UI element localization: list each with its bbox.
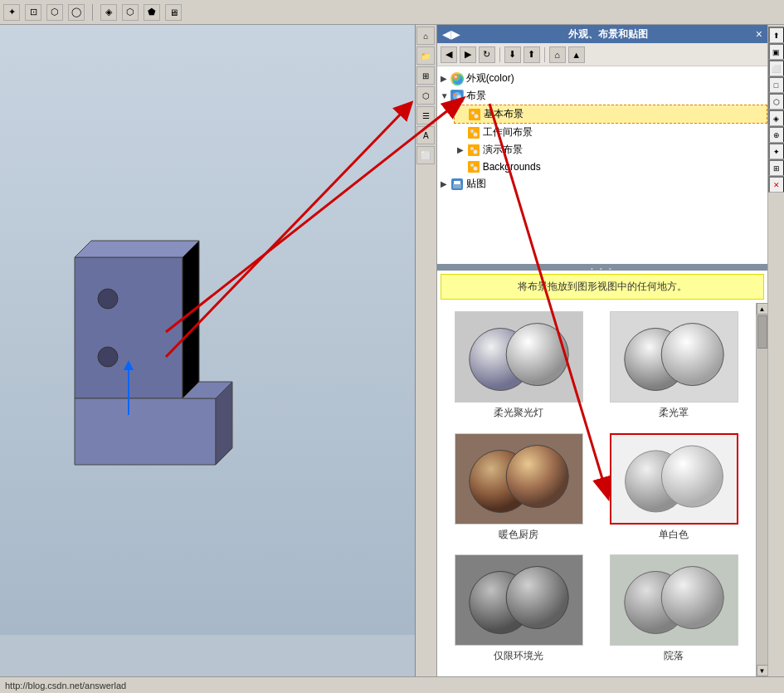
sidebar-btn-text[interactable]: A (416, 126, 435, 144)
tree-item-workspace[interactable]: 工作间布景 (454, 124, 767, 141)
scroll-down-btn[interactable]: ▼ (757, 665, 768, 676)
right-btn-6[interactable]: ◈ (768, 110, 785, 126)
svg-point-24 (473, 149, 477, 154)
svg-point-20 (470, 129, 474, 133)
svg-point-36 (661, 324, 723, 386)
tree-item-basic-scene[interactable]: 基本布景 (454, 105, 767, 124)
toolbar-btn-1[interactable]: ✦ (3, 4, 20, 21)
thumb-img-soft-spotlight[interactable] (455, 311, 583, 403)
thumb-soft-single[interactable]: 柔光罩 (601, 311, 747, 425)
toolbar-btn-6[interactable]: ⬡ (122, 4, 139, 21)
sidebar-btn-home[interactable]: ⌂ (416, 27, 435, 45)
right-btn-2[interactable]: ▣ (768, 43, 785, 60)
main-layout: ⌂ 📁 ⊞ ⬡ ☰ A ⬜ ◀▶ 外观、布景和贴图 × ◀ ▶ ↻ ⬇ ⬆ ⌂ … (0, 25, 784, 676)
thumb-ambient-only[interactable]: 仅限环境光 (446, 554, 592, 668)
tree-item-decal[interactable]: ▶ 贴图 (437, 175, 767, 193)
svg-point-8 (98, 347, 118, 367)
thumb-warm-kitchen[interactable]: 暖色厨房 (446, 433, 592, 547)
scroll-thumb[interactable] (757, 315, 767, 349)
panel-header: ◀▶ 外观、布景和贴图 × (437, 25, 767, 43)
right-btn-3[interactable]: ⬜ (768, 60, 785, 76)
svg-point-45 (506, 567, 568, 629)
thumb-img-soft-single[interactable] (610, 311, 738, 403)
panel-close-btn[interactable]: × (756, 27, 762, 41)
info-bar: 将布景拖放到图形视图中的任何地方。 (441, 274, 764, 300)
toolbar-up-btn[interactable]: ▲ (568, 46, 585, 63)
toolbar-btn-8[interactable]: 🖥 (165, 4, 182, 21)
viewport[interactable] (0, 25, 416, 676)
tree-icon-decal (450, 178, 464, 191)
right-btn-9[interactable]: ⊞ (768, 159, 785, 176)
toolbar-forward-btn[interactable]: ▶ (460, 46, 476, 63)
tree-arrow-demo: ▶ (457, 145, 467, 154)
svg-rect-22 (468, 144, 480, 156)
svg-point-26 (470, 163, 474, 167)
tree-icon-workspace (467, 126, 480, 139)
right-btn-7[interactable]: ⊕ (768, 126, 785, 143)
svg-rect-30 (454, 181, 460, 184)
icon-sidebar: ⌂ 📁 ⊞ ⬡ ☰ A ⬜ (416, 25, 436, 676)
toolbar-btn-3[interactable]: ⬡ (46, 4, 63, 21)
toolbar-upload-btn[interactable]: ⬆ (523, 46, 540, 63)
sidebar-btn-globe[interactable]: ⬡ (416, 86, 435, 105)
thumbnail-scrollbar: ▲ ▼ (756, 303, 767, 676)
toolbar-btn-2[interactable]: ⊡ (25, 4, 41, 21)
right-btn-8[interactable]: ✦ (768, 143, 785, 159)
toolbar-back-btn[interactable]: ◀ (441, 46, 457, 63)
svg-marker-3 (75, 241, 199, 257)
tree-item-scene[interactable]: ▼ 布景 (437, 87, 767, 105)
panel-divider[interactable]: • • • (437, 266, 767, 271)
thumb-label-warm-kitchen: 暖色厨房 (499, 528, 538, 542)
svg-rect-25 (468, 161, 480, 173)
svg-point-42 (661, 446, 723, 507)
toolbar-home-btn[interactable]: ⌂ (549, 46, 566, 63)
svg-marker-2 (75, 398, 216, 465)
far-right-sidebar: ⬆ ▣ ⬜ □ ⬡ ◈ ⊕ ✦ ⊞ ✕ (767, 25, 784, 676)
thumb-single-white[interactable]: 单白色 (601, 433, 747, 547)
thumb-studio[interactable]: 院落 (601, 554, 747, 668)
svg-rect-16 (469, 109, 480, 120)
sidebar-btn-list[interactable]: ☰ (416, 106, 435, 124)
thumb-img-single-white[interactable] (610, 433, 738, 525)
toolbar-btn-7[interactable]: ⬟ (144, 4, 160, 21)
tree-arrow-scene: ▼ (441, 91, 450, 100)
thumb-img-ambient-only[interactable] (455, 554, 583, 646)
panel-content: ▶ (437, 66, 767, 676)
toolbar-download-btn[interactable]: ⬇ (504, 46, 521, 63)
tree-label-workspace: 工作间布景 (483, 125, 533, 139)
tree-item-backgrounds[interactable]: Backgrounds (454, 159, 767, 175)
info-text: 将布景拖放到图形视图中的任何地方。 (518, 281, 687, 292)
tree-icon-demo (467, 144, 480, 157)
tree-label-demo: 演示布景 (483, 143, 523, 157)
thumbnail-grid: 柔光聚光灯 (437, 303, 756, 676)
tree-label-appearance: 外观(color) (466, 71, 514, 85)
right-btn-4[interactable]: □ (768, 76, 785, 93)
right-btn-1[interactable]: ⬆ (768, 27, 785, 43)
top-toolbar: ✦ ⊡ ⬡ ◯ ◈ ⬡ ⬟ 🖥 (0, 0, 784, 25)
thumb-label-single-white: 单白色 (659, 528, 689, 542)
tree-item-appearance[interactable]: ▶ (437, 70, 767, 87)
tree-icon-scene (450, 90, 464, 103)
scroll-track (757, 315, 768, 665)
scroll-up-btn[interactable]: ▲ (757, 303, 768, 315)
panel-title: 外观、布景和贴图 (568, 27, 648, 41)
sidebar-btn-layers[interactable]: ⊞ (416, 66, 435, 85)
svg-point-15 (456, 95, 460, 99)
thumb-img-warm-kitchen[interactable] (455, 433, 583, 525)
status-bar: http://blog.csdn.net/answerlad (0, 676, 784, 693)
svg-point-21 (473, 132, 477, 136)
toolbar-btn-5[interactable]: ◈ (100, 4, 117, 21)
thumb-img-studio[interactable] (610, 554, 738, 646)
thumb-soft-spotlight[interactable]: 柔光聚光灯 (446, 311, 592, 425)
sidebar-btn-display[interactable]: ⬜ (416, 146, 435, 164)
svg-marker-4 (183, 241, 199, 398)
right-btn-5[interactable]: ⬡ (768, 93, 785, 110)
right-btn-10[interactable]: ✕ (768, 176, 785, 193)
panel-header-icon: ◀▶ (442, 27, 460, 41)
tree-area: ▶ (437, 66, 767, 266)
sidebar-btn-folder[interactable]: 📁 (416, 46, 435, 65)
tree-item-demo[interactable]: ▶ 演示布景 (454, 141, 767, 159)
toolbar-refresh-btn[interactable]: ↻ (479, 46, 495, 63)
toolbar-btn-4[interactable]: ◯ (68, 4, 85, 21)
tree-icon-basic (468, 108, 481, 121)
